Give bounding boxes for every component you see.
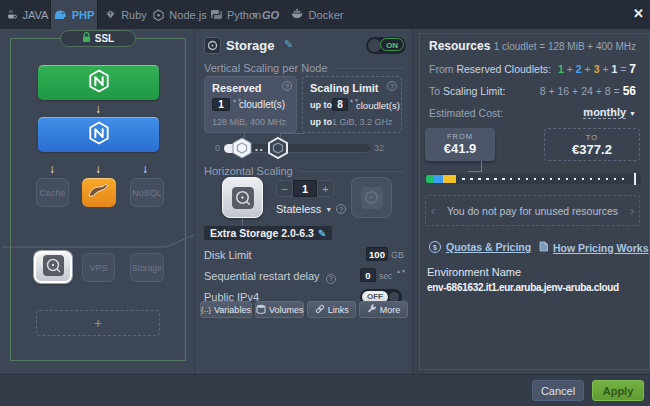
resources-title: Resources bbox=[429, 39, 490, 53]
close-icon[interactable]: ✕ bbox=[631, 6, 646, 21]
cost-period-value: monthly bbox=[583, 106, 626, 119]
reserved-label: Reserved bbox=[212, 82, 262, 94]
python-icon bbox=[211, 9, 222, 20]
help-icon[interactable]: ? bbox=[336, 204, 346, 214]
usage-segment-blue bbox=[434, 175, 443, 183]
scaling-mode-value: Stateless bbox=[276, 203, 321, 215]
limit-unit: cloudlet(s) bbox=[356, 100, 400, 111]
disk-limit-input[interactable]: 100 bbox=[366, 247, 388, 261]
tab-ruby[interactable]: Ruby bbox=[104, 0, 148, 29]
flow-arrow-icon: ↓ bbox=[92, 162, 104, 176]
pricing-note-carousel: ‹ You do not pay for unused resources › bbox=[425, 195, 640, 226]
toggle-on-label: ON bbox=[380, 38, 404, 51]
vertical-scaling-section-label: Vertical Scaling per Node bbox=[204, 62, 404, 74]
tab-java[interactable]: JAVA bbox=[4, 0, 50, 29]
resources-panel: Resources 1 cloudlet = 128 MiB + 400 MHz… bbox=[412, 29, 650, 374]
from-reserved-label: From Reserved Cloudlets: bbox=[429, 63, 551, 75]
node-power-toggle[interactable]: ON bbox=[366, 37, 406, 54]
dollar-circle-icon: $ bbox=[429, 241, 441, 253]
chevron-down-icon: ▼ bbox=[629, 110, 636, 117]
environment-name-value: env-6861632.it1.eur.aruba.jenv-aruba.clo… bbox=[427, 282, 619, 293]
tab-docker[interactable]: Docker bbox=[288, 0, 346, 29]
restart-delay-unit: sec bbox=[379, 271, 392, 281]
tab-label: PHP bbox=[72, 9, 95, 21]
environment-topology-wizard: JAVA PHP Ruby Node.js Python GO Docker ✕ bbox=[0, 0, 650, 406]
more-button[interactable]: More bbox=[359, 301, 408, 318]
restart-delay-input[interactable]: 0 bbox=[360, 268, 376, 282]
help-icon[interactable]: ? bbox=[387, 81, 397, 91]
horizontal-scaling-section-label: Horizontal Scaling bbox=[204, 165, 404, 177]
chevron-right-icon[interactable]: › bbox=[630, 204, 634, 218]
tab-go[interactable]: GO bbox=[250, 0, 282, 29]
scaling-limit-label: Scaling Limit bbox=[310, 82, 378, 94]
edit-node-title-icon[interactable]: ✎ bbox=[318, 228, 326, 239]
cancel-button[interactable]: Cancel bbox=[532, 380, 584, 401]
apply-button[interactable]: Apply bbox=[592, 380, 644, 401]
links-button[interactable]: Links bbox=[307, 301, 356, 318]
add-node-button[interactable]: + bbox=[36, 310, 160, 336]
nginx-appserver-node[interactable] bbox=[38, 117, 159, 152]
nginx-balancer-node[interactable] bbox=[38, 65, 159, 100]
scaling-limit-input[interactable]: 8 bbox=[332, 98, 348, 111]
storage-node-selected[interactable] bbox=[34, 251, 72, 283]
disk-limit-unit: GB bbox=[391, 250, 404, 260]
tab-label: JAVA bbox=[23, 9, 49, 21]
storage-node-icon-active[interactable] bbox=[222, 177, 263, 218]
tab-nodejs[interactable]: Node.js bbox=[152, 0, 208, 29]
settings-title: Storage bbox=[226, 38, 274, 53]
cloudlets-blue: 2 bbox=[576, 63, 582, 75]
reserved-detail: 128 MiB, 400 MHz bbox=[212, 117, 286, 127]
increment-button[interactable]: + bbox=[317, 180, 334, 197]
node-title: Extra Storage 2.0-6.3 bbox=[210, 227, 314, 239]
vps-node-slot[interactable]: VPS bbox=[82, 253, 115, 282]
scaling-mode-dropdown[interactable]: Stateless ▼ ? bbox=[276, 203, 346, 215]
tab-label: Docker bbox=[309, 9, 344, 21]
ssl-label: SSL bbox=[95, 33, 114, 44]
help-icon[interactable]: ? bbox=[326, 274, 336, 284]
reserved-unit: cloudlet(s) bbox=[239, 99, 285, 110]
to-limit-label: To Scaling Limit: bbox=[429, 85, 505, 97]
toggle-knob bbox=[368, 39, 381, 52]
reserved-cloudlets-input[interactable]: 1 bbox=[212, 98, 230, 111]
volumes-button[interactable]: Volumes bbox=[255, 301, 305, 318]
nodejs-hexagon-icon bbox=[153, 9, 164, 21]
variables-icon: {‥} bbox=[201, 305, 211, 314]
variables-button[interactable]: {‥} Variables bbox=[200, 301, 252, 318]
disk-icon bbox=[42, 254, 65, 281]
edit-title-icon[interactable]: ✎ bbox=[284, 38, 293, 51]
java-icon bbox=[6, 9, 18, 21]
cost-period-dropdown[interactable]: monthly ▼ bbox=[583, 106, 636, 118]
vps-label: VPS bbox=[89, 263, 107, 273]
to-total: 56 bbox=[623, 84, 636, 98]
decrement-button[interactable]: − bbox=[276, 180, 293, 197]
go-icon bbox=[253, 13, 257, 17]
mariadb-node[interactable] bbox=[82, 178, 116, 207]
environment-name-label: Environment Name bbox=[427, 266, 521, 278]
cost-to-box[interactable]: TO €377.2 bbox=[544, 128, 640, 161]
cache-node-slot[interactable]: Cache bbox=[36, 178, 69, 207]
storage-node-slot[interactable]: Storage bbox=[130, 253, 164, 282]
node-count-input[interactable]: 1 bbox=[293, 180, 317, 197]
cost-from-box[interactable]: FROM €41.9 bbox=[425, 128, 495, 161]
slider-min-label: 0 bbox=[215, 143, 220, 153]
nosql-node-slot[interactable]: NoSQL bbox=[130, 178, 164, 207]
to-limit-formula: 8 + 16 + 24 + 8 = 56 bbox=[540, 84, 636, 98]
node-title-bar: Extra Storage 2.0-6.3 ✎ bbox=[204, 226, 332, 240]
links-icon bbox=[315, 304, 325, 316]
chevron-left-icon[interactable]: ‹ bbox=[431, 204, 435, 218]
volumes-icon bbox=[256, 304, 266, 316]
flow-arrow-icon: ↓ bbox=[139, 162, 151, 176]
limit-slider-handle[interactable] bbox=[267, 137, 289, 159]
node-actions-row: {‥} Variables Volumes Links More bbox=[200, 301, 408, 318]
storage-mini-icon bbox=[204, 37, 221, 54]
help-icon[interactable]: ? bbox=[282, 81, 292, 91]
reserved-slider-handle[interactable] bbox=[231, 137, 253, 159]
reserved-cloudlets-box: Reserved ? 1 ▲▼ cloudlet(s) 128 MiB, 400… bbox=[204, 76, 297, 133]
how-pricing-works-link[interactable]: How Pricing Works bbox=[539, 241, 649, 254]
ssl-badge[interactable]: SSL bbox=[60, 30, 136, 47]
stepper-carets-icon[interactable]: ▲▼ bbox=[396, 269, 406, 273]
node-title-connector bbox=[242, 218, 243, 226]
nginx-logo-icon bbox=[88, 121, 110, 149]
quotas-pricing-link[interactable]: $ Quotas & Pricing bbox=[429, 241, 531, 253]
tab-php[interactable]: PHP bbox=[50, 0, 98, 29]
